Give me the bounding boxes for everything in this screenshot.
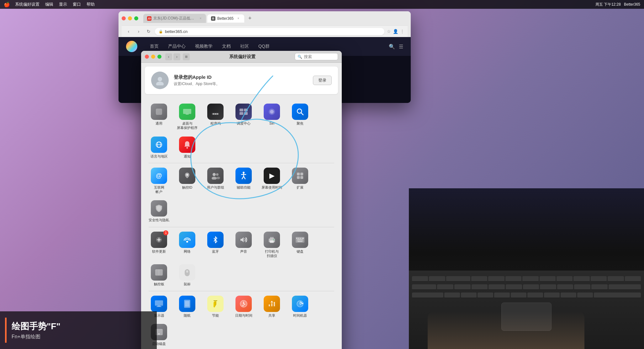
sp-minimize-button[interactable] [151,55,155,59]
mission-label: 调度中心 [237,121,251,126]
menubar-item-view[interactable]: 显示 [59,2,67,7]
menubar-item-edit[interactable]: 编辑 [45,2,53,7]
menubar-item-help[interactable]: 帮助 [87,2,95,7]
network-icon [179,232,195,248]
menubar-item-window[interactable]: 窗口 [73,2,81,7]
sp-back-button[interactable]: ‹ [165,53,172,60]
keyboard-label: 键盘 [297,249,304,254]
nav-item-docs[interactable]: 文档 [222,42,231,51]
icon-touch[interactable]: 触控ID [173,164,201,197]
sp-maximize-button[interactable] [157,55,161,59]
sp-nav-btns: ‹ › [165,53,180,60]
icon-extensions[interactable]: 扩展 [286,164,314,197]
star-icon[interactable]: ☆ [387,29,391,34]
svg-rect-3 [183,109,191,114]
icon-screentime[interactable]: ▶ 屏幕使用时间 [258,164,286,197]
svg-rect-34 [300,176,303,179]
sp-search[interactable]: 🔍 [295,53,338,60]
close-button[interactable] [122,16,126,20]
apple-id-subtitle: 设置iCloud、App Store等。 [174,81,220,87]
sp-traffic-lights [145,55,161,59]
icon-datetime[interactable]: 18 日期与时间 [230,293,258,321]
forward-button[interactable]: › [135,28,142,35]
general-label: 通用 [156,121,162,126]
search-icon[interactable]: 🔍 [389,44,395,50]
menu-icon[interactable]: ⋮ [400,29,404,34]
reload-button[interactable]: ↻ [145,28,152,35]
nav-item-products[interactable]: 产品中心 [168,42,186,51]
icon-mouse[interactable]: 鼠标 [173,261,201,289]
nav-item-community[interactable]: 社区 [240,42,249,51]
nav-item-home[interactable]: 首页 [150,42,159,51]
icon-notifications[interactable]: 通知 [173,133,201,162]
icon-trackpad[interactable]: 触控板 [145,261,173,289]
icon-spotlight[interactable]: 聚焦 [286,100,314,133]
hamburger-icon[interactable]: ☰ [399,44,403,50]
icon-siri[interactable]: Siri [258,100,286,133]
icon-keyboard[interactable]: 键盘 [286,228,314,261]
icon-timemachine[interactable]: 时间机器 [286,293,314,321]
icon-sidecar[interactable]: 随航 [173,293,201,321]
icon-sound[interactable]: 声音 [230,228,258,261]
tab-better365-title: Better365 [217,16,234,21]
network-label: 网络 [184,249,191,254]
svg-rect-61 [214,300,217,301]
divider-2 [149,227,334,227]
login-button[interactable]: 登录 [313,76,332,85]
minimize-button[interactable] [128,16,132,20]
icon-print[interactable]: 打印机与 扫描仪 [258,228,286,261]
icon-security[interactable]: 安全性与隐私 [145,197,173,225]
tab-better365-close[interactable]: × [236,16,240,21]
user-icon[interactable]: 👤 [393,29,398,34]
nav-item-qq[interactable]: QQ群 [258,42,270,51]
tab-jd-close[interactable]: × [199,16,202,21]
icon-bluetooth[interactable]: 蓝牙 [201,228,230,261]
maximize-button[interactable] [134,16,138,20]
icon-desktop[interactable]: 桌面与 屏幕保护程序 [173,100,201,133]
svg-rect-50 [298,241,303,242]
back-button[interactable]: ‹ [125,28,132,35]
sp-forward-button[interactable]: › [173,53,180,60]
svg-rect-60 [185,301,189,307]
svg-rect-32 [300,173,303,175]
site-logo[interactable] [126,41,137,52]
icon-programs[interactable]: 程序坞 [201,100,230,133]
icon-battery[interactable]: 节能 [201,293,230,321]
sp-close-button[interactable] [145,55,149,59]
sp-grid-button[interactable]: ⊞ [183,53,190,60]
notifications-label: 通知 [184,154,191,158]
language-label: 语言与地区 [150,154,168,158]
svg-text:18: 18 [242,305,244,307]
sound-label: 声音 [240,249,247,254]
svg-rect-2 [156,109,162,115]
desktop-icon [179,104,195,120]
sp-search-input[interactable] [304,54,335,59]
icon-users[interactable]: 用户与群组 [201,164,230,197]
nav-item-video[interactable]: 视频教学 [195,42,213,51]
spotlight-label: 聚焦 [297,121,304,126]
icon-language[interactable]: 语言与地区 [145,133,173,162]
site-nav-items: 首页 产品中心 视频教学 文档 社区 QQ群 [150,42,379,51]
icon-accessibility[interactable]: 辅助功能 [230,164,258,197]
svg-rect-56 [155,300,163,306]
address-field[interactable]: 🔒 better365.cn [155,28,384,35]
tab-add-button[interactable]: + [245,14,254,23]
icon-network[interactable]: 网络 [173,228,201,261]
svg-rect-47 [300,238,301,239]
svg-rect-12 [244,112,248,115]
divider-3 [149,291,334,291]
icon-internet[interactable]: @ 互联网 帐户 [145,164,173,197]
icon-sharing[interactable]: 共享 [258,293,286,321]
battery-label: 节能 [212,313,219,318]
spotlight-icon [292,104,308,120]
tab-jd[interactable]: JD 京东(JD.COM)-正品低价、品质... × [143,14,206,23]
menubar-item-syspref[interactable]: 系统偏好设置 [15,2,40,7]
tab-better365[interactable]: B Better365 × [207,14,244,23]
icon-software[interactable]: 1 软件更新 [145,228,173,261]
general-icon [151,104,167,120]
icon-general[interactable]: 通用 [145,100,173,133]
svg-line-29 [242,176,244,179]
programs-label: 程序坞 [210,121,221,126]
apple-menu[interactable]: 🍎 [4,2,10,8]
icon-mission[interactable]: 调度中心 [230,100,258,133]
